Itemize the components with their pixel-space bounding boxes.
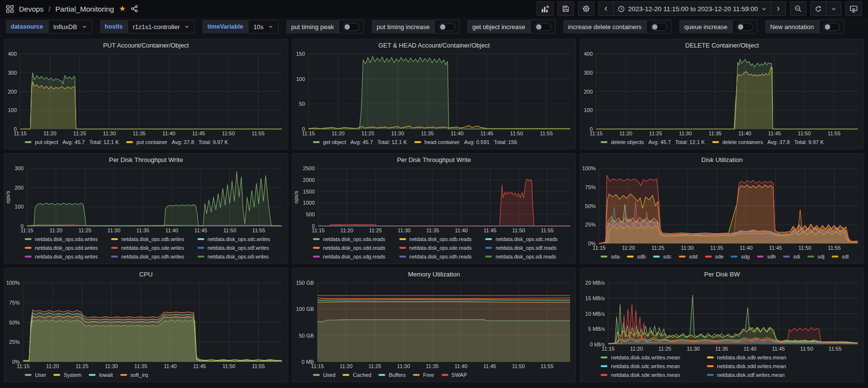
legend-item[interactable]: get objectAvg: 45.7Total: 12.1 K <box>313 138 407 146</box>
variable-value-dropdown[interactable]: r1z1s1-controller <box>128 20 195 33</box>
legend-item[interactable]: netdata.disk_ops.sdf.writes <box>197 244 277 252</box>
legend-item[interactable]: netdata.disk_ops.sde.reads <box>399 244 478 252</box>
legend-item[interactable]: Buffers <box>378 371 406 379</box>
panel-title[interactable]: GET & HEAD Account/Container/Object <box>293 39 576 51</box>
svg-text:11:20: 11:20 <box>331 130 344 136</box>
legend-item[interactable]: System <box>53 371 82 379</box>
share-icon[interactable] <box>131 5 138 13</box>
variable-value-dropdown[interactable]: 10s <box>248 20 278 33</box>
legend-item[interactable]: netdata.disk.sdf.writes.mean <box>707 371 786 379</box>
legend-item[interactable]: put objectAvg: 45.7Total: 12.1 K <box>25 138 119 146</box>
legend-item[interactable]: netdata.disk_ops.sda.writes <box>25 235 104 243</box>
panel-title[interactable]: Per Disk Throughput Write <box>293 154 576 165</box>
legend-item[interactable]: netdata.disk_ops.sdg.writes <box>25 253 104 260</box>
legend-item[interactable]: sda <box>601 253 620 260</box>
chart-delete[interactable]: 010020030040011:1511:2011:2511:3011:3511… <box>580 51 864 137</box>
toggle-switch[interactable] <box>732 20 757 33</box>
refresh-interval-dropdown[interactable] <box>826 1 841 16</box>
zoom-out-time-button[interactable] <box>790 1 806 16</box>
toggle-switch[interactable] <box>646 20 671 33</box>
legend-label: netdata.disk_ops.sdf.reads <box>495 244 557 252</box>
refresh-button[interactable] <box>810 1 826 16</box>
panel-title[interactable]: DELETE Container/Object <box>580 39 864 51</box>
chart-disk-util[interactable]: 0%25%50%75%100%11:1511:2011:2511:3011:35… <box>580 165 864 252</box>
cycle-view-mode-button[interactable] <box>845 1 862 16</box>
legend-item[interactable]: netdata.disk_ops.sdf.reads <box>485 244 564 252</box>
toggle-switch[interactable] <box>339 20 364 33</box>
toggle-switch[interactable] <box>819 20 844 33</box>
chevron-down-icon <box>831 6 836 12</box>
legend-item[interactable]: netdata.disk_ops.sde.writes <box>111 244 190 252</box>
legend-item[interactable]: netdata.disk_ops.sdi.reads <box>485 253 564 260</box>
chart-memory[interactable]: 0 MB50 GB100 GB150 GB11:1511:2011:2511:3… <box>293 280 576 370</box>
breadcrumb-folder[interactable]: Devops <box>19 5 44 13</box>
legend-item[interactable]: sdj <box>807 253 824 260</box>
add-panel-button[interactable] <box>537 1 554 16</box>
legend-item[interactable]: netdata.disk_ops.sdb.reads <box>399 235 478 243</box>
legend-item[interactable]: put containerAvg: 37.8Total: 9.97 K <box>126 138 228 146</box>
legend-item[interactable]: netdata.disk.sdb.writes.mean <box>707 354 786 361</box>
legend-item[interactable]: netdata.disk_ops.sdh.reads <box>399 253 478 260</box>
chart-disk-write[interactable]: 010020030011:1511:2011:2511:3011:3511:40… <box>4 165 288 234</box>
time-range-back-button[interactable] <box>598 1 614 16</box>
chart-cpu[interactable]: 0%25%50%75%100%11:1511:2011:2511:3011:35… <box>4 280 288 370</box>
chart-put[interactable]: 010020030040011:1511:2011:2511:3011:3511… <box>4 51 288 137</box>
legend-item[interactable]: soft_irq <box>120 371 148 379</box>
apps-grid-icon[interactable] <box>6 5 14 13</box>
legend-item[interactable]: delete containersAvg: 37.8Total: 9.97 K <box>712 138 824 146</box>
legend-item[interactable]: netdata.disk_ops.sdg.reads <box>313 253 392 260</box>
svg-text:11:45: 11:45 <box>194 227 207 233</box>
legend-item[interactable]: delete objectsAvg: 45.7Total: 12.1 K <box>601 138 704 146</box>
legend-item[interactable]: netdata.disk_ops.sda.reads <box>313 235 392 243</box>
legend-item[interactable]: SWAP <box>442 371 467 379</box>
svg-text:11:55: 11:55 <box>540 227 554 233</box>
panel-title[interactable]: Memory Utilization <box>293 268 576 280</box>
legend-label: netdata.disk_ops.sdc.reads <box>495 235 557 243</box>
legend-item[interactable]: sdl <box>832 253 849 260</box>
legend-item[interactable]: netdata.disk_ops.sdc.writes <box>197 235 277 243</box>
breadcrumb-dashboard[interactable]: Partial_Monitoring <box>55 5 114 13</box>
legend-item[interactable]: User <box>25 371 46 379</box>
time-range-forward-button[interactable] <box>770 1 786 16</box>
legend-item[interactable]: sde <box>705 253 724 260</box>
legend-item[interactable]: Free <box>413 371 434 379</box>
legend-item[interactable]: netdata.disk_ops.sdb.writes <box>111 235 190 243</box>
legend-item[interactable]: sdi <box>783 253 800 260</box>
legend-item[interactable]: netdata.disk_ops.sdc.reads <box>485 235 564 243</box>
legend-swatch <box>601 256 607 258</box>
panel-title[interactable]: PUT Account/Container/Object <box>4 39 288 51</box>
svg-text:11:20: 11:20 <box>622 245 635 251</box>
legend-item[interactable]: sdd <box>679 253 698 260</box>
legend-item[interactable]: netdata.disk.sde.writes.mean <box>601 371 680 379</box>
legend-item[interactable]: netdata.disk.sda.writes.mean <box>601 354 680 361</box>
legend-item[interactable]: Cached <box>343 371 371 379</box>
legend-item[interactable]: netdata.disk_ops.sdh.writes <box>111 253 190 260</box>
chart-gethead[interactable]: 05010015011:1511:2011:2511:3011:3511:401… <box>293 51 576 137</box>
time-range-picker[interactable]: 2023-12-20 11:15:00 to 2023-12-20 11:59:… <box>613 1 771 16</box>
chart-disk-bw[interactable]: 0 kB/s5 MB/s10 MB/s15 MB/s20 MB/s11:1511… <box>580 280 864 353</box>
legend-item[interactable]: sdh <box>757 253 776 260</box>
toggle-switch[interactable] <box>434 20 459 33</box>
legend-item[interactable]: netdata.disk.sdc.writes.mean <box>601 362 680 370</box>
favorite-star-icon[interactable]: ★ <box>119 5 126 13</box>
legend-item[interactable]: Iowait <box>89 371 113 379</box>
legend-label: head container <box>425 138 460 146</box>
legend-item[interactable]: netdata.disk_ops.sdi.writes <box>197 253 277 260</box>
panel-title[interactable]: Per Disk Throughput Write <box>4 154 288 165</box>
variable-value-dropdown[interactable]: InfluxDB <box>48 20 92 33</box>
legend-item[interactable]: Used <box>313 371 336 379</box>
legend-item[interactable]: netdata.disk_ops.sdd.reads <box>313 244 392 252</box>
panel-title[interactable]: Disk Utilization <box>580 154 864 165</box>
dashboard-settings-button[interactable] <box>578 1 594 16</box>
chart-disk-read[interactable]: 0500100015002000250011:1511:2011:2511:30… <box>293 165 576 234</box>
panel-title[interactable]: CPU <box>4 268 288 280</box>
save-dashboard-button[interactable] <box>557 1 574 16</box>
legend-item[interactable]: sdc <box>653 253 671 260</box>
legend-item[interactable]: netdata.disk_ops.sdd.writes <box>25 244 104 252</box>
legend-item[interactable]: sdg <box>731 253 750 260</box>
legend-item[interactable]: sdb <box>627 253 646 260</box>
legend-item[interactable]: head containerAvg: 0.591Total: 156 <box>414 138 517 146</box>
legend-item[interactable]: netdata.disk.sdd.writes.mean <box>707 362 786 370</box>
toggle-switch[interactable] <box>530 20 556 33</box>
panel-title[interactable]: Per Disk BW <box>580 268 864 280</box>
